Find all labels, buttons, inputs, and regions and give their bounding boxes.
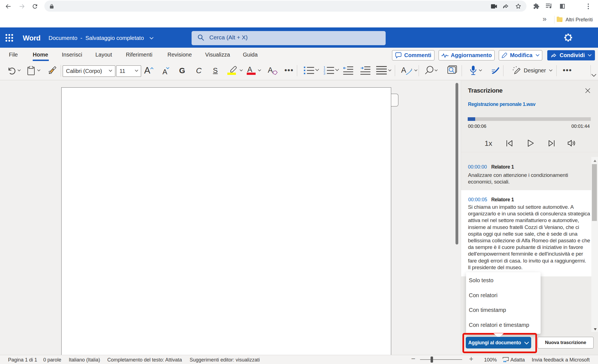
svg-text:3: 3 — [324, 72, 325, 75]
